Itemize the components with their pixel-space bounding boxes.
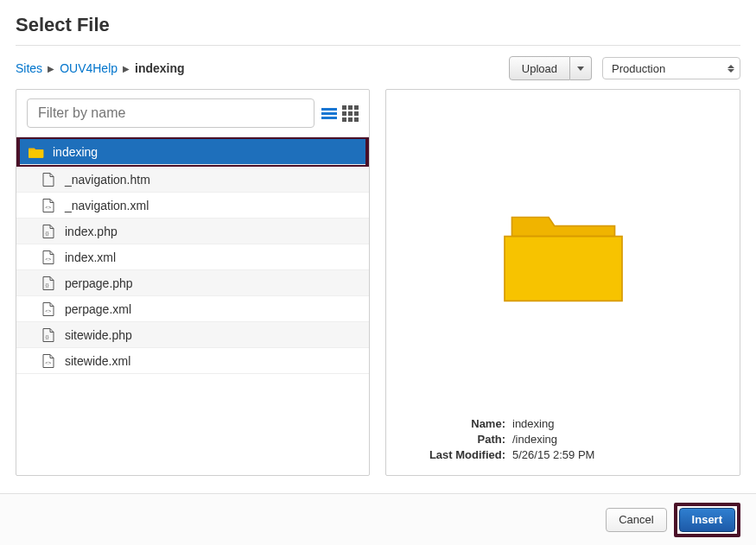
page-icon xyxy=(41,173,56,187)
file-name: indexing xyxy=(53,145,98,159)
file-name: index.php xyxy=(65,225,118,238)
preview-metadata: Name: indexing Path: /indexing Last Modi… xyxy=(402,416,724,463)
file-name: index.xml xyxy=(65,250,116,264)
upload-button-group: Upload xyxy=(509,56,592,80)
file-row[interactable]: {} index.php xyxy=(16,219,369,244)
meta-name-value: indexing xyxy=(512,416,554,432)
environment-select[interactable]: Production xyxy=(602,57,740,79)
meta-modified-value: 5/26/15 2:59 PM xyxy=(512,447,594,463)
svg-text:<>: <> xyxy=(45,308,52,314)
grid-view-icon[interactable] xyxy=(342,105,359,122)
svg-text:<>: <> xyxy=(45,360,52,365)
divider xyxy=(16,45,740,46)
file-name: perpage.php xyxy=(65,276,133,290)
file-row[interactable]: <> perpage.xml xyxy=(16,296,369,322)
file-row[interactable]: <> index.xml xyxy=(16,244,369,270)
dialog-title: Select File xyxy=(16,14,740,36)
insert-button-highlight: Insert xyxy=(674,503,740,537)
code-file-icon: {} xyxy=(41,225,56,238)
file-row[interactable]: {} sitewide.php xyxy=(16,322,369,348)
file-list: indexing _navigation.htm <> _navigation.… xyxy=(16,136,369,475)
file-row[interactable]: _navigation.htm xyxy=(16,167,369,193)
meta-name-label: Name: xyxy=(402,416,505,432)
caret-down-icon xyxy=(577,67,584,71)
file-row[interactable]: {} perpage.php xyxy=(16,270,369,296)
svg-text:{}: {} xyxy=(46,282,49,288)
file-name: sitewide.xml xyxy=(65,354,130,368)
file-name: perpage.xml xyxy=(65,302,131,316)
folder-preview-icon xyxy=(490,102,637,406)
selected-row-highlight: indexing xyxy=(16,136,369,168)
breadcrumb-root[interactable]: Sites xyxy=(16,61,42,75)
file-name: sitewide.php xyxy=(65,328,132,342)
insert-button[interactable]: Insert xyxy=(679,508,735,532)
svg-text:{}: {} xyxy=(46,231,49,236)
svg-text:<>: <> xyxy=(45,257,52,262)
code-file-icon: <> xyxy=(41,302,56,316)
breadcrumb: Sites ▶ OUV4Help ▶ indexing xyxy=(16,61,185,75)
code-file-icon: <> xyxy=(41,199,56,212)
meta-path-label: Path: xyxy=(402,432,505,447)
file-row[interactable]: <> _navigation.xml xyxy=(16,193,369,219)
filter-input[interactable] xyxy=(27,98,314,128)
dialog-footer: Cancel Insert xyxy=(0,493,756,545)
chevron-right-icon: ▶ xyxy=(123,64,130,73)
breadcrumb-mid[interactable]: OUV4Help xyxy=(60,61,118,75)
upload-button[interactable]: Upload xyxy=(509,56,570,80)
upload-dropdown-toggle[interactable] xyxy=(570,56,592,80)
svg-text:<>: <> xyxy=(45,205,52,210)
cancel-button[interactable]: Cancel xyxy=(606,508,666,532)
meta-path-value: /indexing xyxy=(512,432,557,447)
code-file-icon: <> xyxy=(41,354,56,368)
preview-pane: Name: indexing Path: /indexing Last Modi… xyxy=(385,89,740,476)
file-name: _navigation.xml xyxy=(65,199,149,212)
code-file-icon: {} xyxy=(41,276,56,290)
file-name: _navigation.htm xyxy=(65,173,150,187)
code-file-icon: <> xyxy=(41,250,56,264)
folder-icon xyxy=(29,146,44,158)
environment-value: Production xyxy=(612,62,665,75)
file-browser-pane: indexing _navigation.htm <> _navigation.… xyxy=(16,89,370,476)
svg-text:{}: {} xyxy=(46,334,49,339)
meta-modified-label: Last Modified: xyxy=(402,447,505,463)
file-row[interactable]: <> sitewide.xml xyxy=(16,348,369,374)
list-view-icon[interactable] xyxy=(321,108,337,119)
file-row-folder[interactable]: indexing xyxy=(20,139,365,165)
code-file-icon: {} xyxy=(41,328,56,342)
breadcrumb-current: indexing xyxy=(135,61,185,75)
stepper-icon xyxy=(727,65,734,73)
chevron-right-icon: ▶ xyxy=(48,64,54,73)
